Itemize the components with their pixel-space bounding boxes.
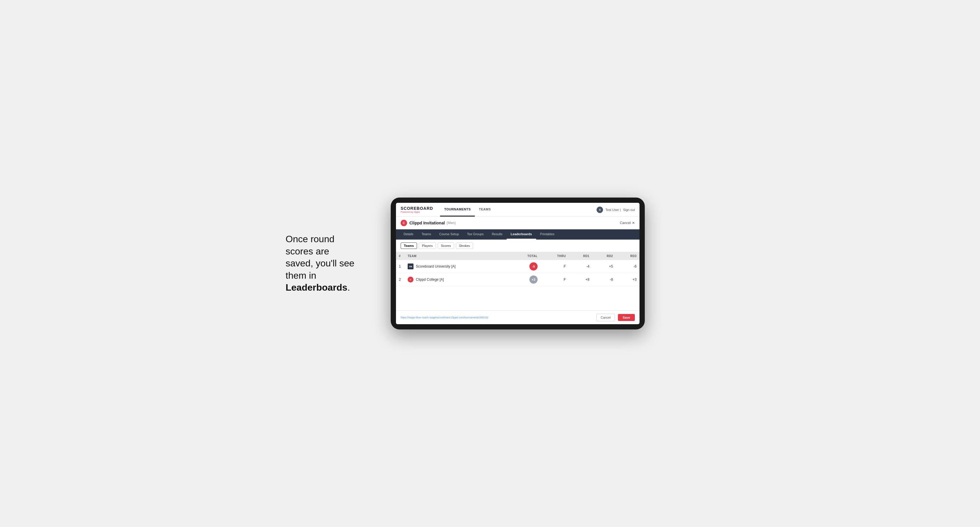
thru-1: F <box>541 260 569 273</box>
filter-teams[interactable]: Teams <box>401 243 417 249</box>
tournament-header: C Clippd Invitational (Men) Cancel ✕ <box>396 217 640 229</box>
tournament-title: Clippd Invitational <box>409 221 445 225</box>
header-right: S Test User | Sign out <box>597 206 635 213</box>
page-wrapper: Once round scores are saved, you'll see … <box>286 198 694 329</box>
rd1-1: -4 <box>569 260 592 273</box>
footer-url: https://stage-blue-coach.stagesscoreboar… <box>401 316 488 319</box>
col-thru: THRU <box>541 252 569 260</box>
tournament-logo: C <box>401 220 407 226</box>
rd3-1: -6 <box>616 260 640 273</box>
tablet-screen: SCOREBOARD Powered by clippd TOURNAMENTS… <box>396 203 640 324</box>
filter-scores[interactable]: Scores <box>438 243 454 249</box>
col-rank: # <box>396 252 405 260</box>
score-badge-1: -5 <box>530 262 538 270</box>
tab-results[interactable]: Results <box>488 229 507 240</box>
rd2-1: +5 <box>592 260 616 273</box>
page-footer: https://stage-blue-coach.stagesscoreboar… <box>396 311 640 324</box>
team-logo-2: C <box>408 277 414 283</box>
team-cell-2: C Clippd College [A] <box>405 273 509 286</box>
nav-teams[interactable]: TEAMS <box>475 203 495 216</box>
tournament-subtitle: (Men) <box>447 221 455 225</box>
desc-period: . <box>347 282 350 293</box>
thru-2: F <box>541 273 569 286</box>
desc-line2: scores are <box>286 246 329 257</box>
filter-players[interactable]: Players <box>419 243 436 249</box>
filter-strokes[interactable]: Strokes <box>456 243 473 249</box>
sign-out-button[interactable]: Sign out <box>623 208 635 211</box>
col-rd1: RD1 <box>569 252 592 260</box>
table-row: 2 C Clippd College [A] +3 F <box>396 273 640 286</box>
user-name: Test User | <box>605 208 620 211</box>
cancel-button[interactable]: Cancel <box>596 314 615 321</box>
filter-bar: Teams Players Scores Strokes <box>396 240 640 252</box>
nav-tournaments[interactable]: TOURNAMENTS <box>440 203 475 216</box>
leaderboard-table: # TEAM TOTAL THRU RD1 RD2 RD3 1 <box>396 252 640 286</box>
desc-highlight: Leaderboards <box>286 282 347 293</box>
rd3-2: +3 <box>616 273 640 286</box>
table-header: # TEAM TOTAL THRU RD1 RD2 RD3 <box>396 252 640 260</box>
left-description: Once round scores are saved, you'll see … <box>286 233 373 294</box>
sub-nav: Details Teams Course Setup Tee Groups Re… <box>396 229 640 240</box>
tab-course-setup[interactable]: Course Setup <box>435 229 463 240</box>
score-badge-2: +3 <box>530 275 538 284</box>
rank-1: 1 <box>396 260 405 273</box>
tab-leaderboards[interactable]: Leaderboards <box>507 229 536 240</box>
tab-tee-groups[interactable]: Tee Groups <box>463 229 488 240</box>
table-body: 1 SB Scoreboard University [A] -5 F <box>396 260 640 286</box>
main-nav: TOURNAMENTS TEAMS <box>440 203 495 216</box>
total-1: -5 <box>509 260 541 273</box>
tab-printables[interactable]: Printables <box>536 229 558 240</box>
rd1-2: +8 <box>569 273 592 286</box>
logo-title: SCOREBOARD <box>401 206 433 211</box>
desc-line1: Once round <box>286 234 334 244</box>
user-avatar: S <box>597 206 603 213</box>
tournament-cancel-button[interactable]: Cancel ✕ <box>620 221 635 225</box>
tab-teams[interactable]: Teams <box>418 229 435 240</box>
desc-line3: saved, you'll see <box>286 258 355 268</box>
col-rd3: RD3 <box>616 252 640 260</box>
content-area: # TEAM TOTAL THRU RD1 RD2 RD3 1 <box>396 252 640 311</box>
rank-2: 2 <box>396 273 405 286</box>
logo-area: SCOREBOARD Powered by clippd <box>401 206 433 213</box>
col-rd2: RD2 <box>592 252 616 260</box>
team-name-2: Clippd College [A] <box>416 278 444 282</box>
team-cell-1: SB Scoreboard University [A] <box>405 260 509 273</box>
app-header: SCOREBOARD Powered by clippd TOURNAMENTS… <box>396 203 640 217</box>
rd2-2: -8 <box>592 273 616 286</box>
col-team: TEAM <box>405 252 509 260</box>
tablet-frame: SCOREBOARD Powered by clippd TOURNAMENTS… <box>391 198 645 329</box>
table-row: 1 SB Scoreboard University [A] -5 F <box>396 260 640 273</box>
team-logo-1: SB <box>408 264 414 269</box>
col-total: TOTAL <box>509 252 541 260</box>
logo-sub: Powered by clippd <box>401 211 433 213</box>
tab-details[interactable]: Details <box>399 229 418 240</box>
team-name-1: Scoreboard University [A] <box>416 264 455 268</box>
desc-line4: them in <box>286 270 316 281</box>
save-button[interactable]: Save <box>618 314 635 321</box>
total-2: +3 <box>509 273 541 286</box>
